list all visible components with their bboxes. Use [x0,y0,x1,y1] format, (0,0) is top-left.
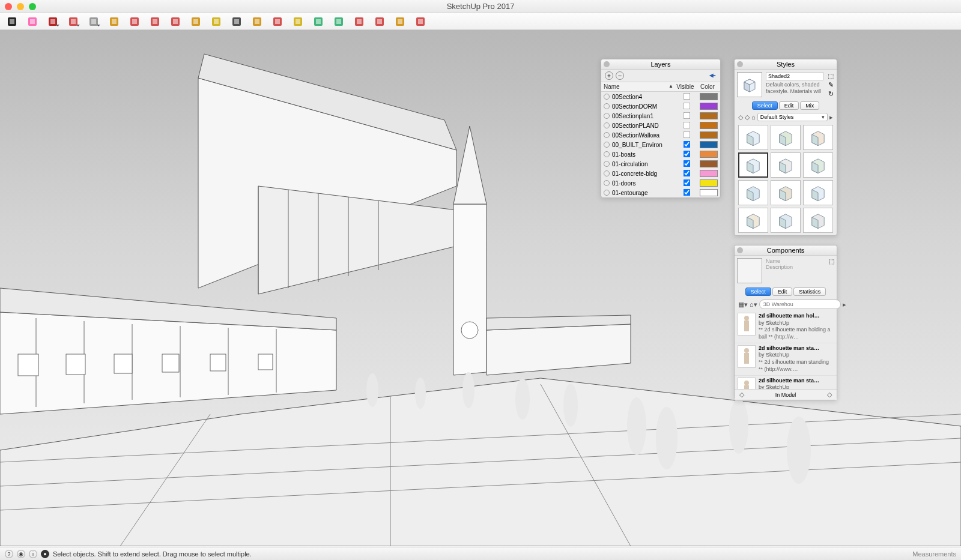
components-panel-title[interactable]: Components [735,245,837,256]
layer-radio[interactable] [604,103,610,109]
layer-row[interactable]: 00_BUILT_Environ [601,140,720,149]
layer-radio[interactable] [604,122,610,128]
layer-visible-checkbox[interactable] [683,160,690,167]
styles-panel-title[interactable]: Styles [735,59,837,70]
layer-radio[interactable] [604,132,610,138]
select-tool[interactable] [5,14,19,29]
components-tab-select[interactable]: Select [745,288,771,296]
layer-visible-checkbox[interactable] [683,179,690,186]
style-menu-icon[interactable]: ▸ [829,113,833,121]
extensions-tool[interactable] [372,14,387,29]
component-item[interactable]: 2d silhouette man sta…by SketchUp** 2d s… [735,343,837,376]
nav-fwd-icon[interactable]: ◇ [745,113,750,121]
layer-name[interactable]: 00SectionPLAND [612,122,675,129]
style-thumb[interactable] [738,125,768,150]
layer-color-swatch[interactable] [700,93,718,100]
comp-home-icon[interactable]: ⌂▾ [750,301,757,309]
layer-name[interactable]: 01-concrete-bldg [612,170,675,177]
zoom-extents-tool[interactable] [332,14,346,29]
offset-tool[interactable] [127,14,142,29]
components-tab-edit[interactable]: Edit [772,288,793,296]
layer-radio[interactable] [604,161,610,167]
layer-color-swatch[interactable] [700,103,718,110]
comp-next-icon[interactable]: ◇ [827,391,832,399]
layers-panel-title[interactable]: Layers [601,59,720,70]
layer-row[interactable]: 01-boats [601,149,720,159]
add-layer-button[interactable]: + [605,71,613,80]
paint-tool[interactable] [250,14,264,29]
style-thumb[interactable] [738,180,768,205]
layer-row[interactable]: 01-circulation [601,159,720,169]
layer-row[interactable]: 00SectionPLAND [601,121,720,130]
arc-tool[interactable] [66,14,80,29]
layer-radio[interactable] [604,170,610,176]
pan-tool[interactable] [291,14,305,29]
layer-row[interactable]: 01-doors [601,178,720,188]
rotate-tool[interactable] [168,14,183,29]
styles-panel[interactable]: Styles Shaded2 Default colors, shaded fa… [734,59,837,236]
layer-radio[interactable] [604,151,610,157]
text-tool[interactable] [229,14,244,29]
layer-visible-checkbox[interactable] [683,150,690,157]
layer-name[interactable]: 00Sectionplan1 [612,113,675,119]
panel-close-icon[interactable] [604,61,610,67]
layer-name[interactable]: 01-circulation [612,161,675,167]
layer-color-swatch[interactable] [700,160,718,167]
layer-color-swatch[interactable] [700,112,718,119]
layer-visible-checkbox[interactable] [683,188,690,196]
style-thumb[interactable] [803,152,833,178]
layer-row[interactable]: 00Sectionplan1 [601,111,720,121]
layer-row[interactable]: 01-concrete-bldg [601,169,720,178]
maximize-icon[interactable] [29,3,36,10]
comp-prev-icon[interactable]: ◇ [739,391,744,399]
geo-icon[interactable]: ● [41,550,49,558]
comp-menu-icon[interactable]: ▸ [843,301,846,309]
home-icon[interactable]: ⌂ [751,113,756,121]
layer-name[interactable]: 01-entourage [612,190,675,196]
layers-col-name[interactable]: Name [604,83,668,90]
layer-visible-checkbox[interactable] [683,169,690,176]
move-tool[interactable] [148,14,162,29]
layer-name[interactable]: 00Section4 [612,94,675,100]
minimize-icon[interactable] [17,3,24,10]
layer-name[interactable]: 01-boats [612,151,675,158]
push-pull-tool[interactable] [107,14,121,29]
style-thumb[interactable] [771,208,801,233]
tape-tool[interactable] [209,14,223,29]
layer-name[interactable]: 00_BUILT_Environ [612,142,675,148]
panel-close-icon[interactable] [737,247,743,253]
comp-view-icon[interactable]: ▦▾ [738,301,748,309]
layer-radio[interactable] [604,180,610,186]
layouts-tool[interactable] [393,14,407,29]
style-thumb[interactable] [803,125,833,150]
user-icon[interactable]: ◉ [17,550,25,558]
info-icon[interactable]: i [29,550,37,558]
layer-visible-checkbox[interactable] [683,121,690,128]
style-thumb[interactable] [771,180,801,205]
layer-color-swatch[interactable] [700,179,718,187]
layer-row[interactable]: 00SectionWalkwa [601,130,720,140]
layer-color-swatch[interactable] [700,131,718,139]
components-panel[interactable]: Components Name Description ⬚ Select Edi… [734,245,837,400]
component-item[interactable]: 2d silhouette man hol…by SketchUp** 2d s… [735,311,837,343]
layer-visible-checkbox[interactable] [683,102,690,109]
layer-visible-checkbox[interactable] [683,112,690,119]
orbit-tool[interactable] [270,14,285,29]
layer-name[interactable]: 01-doors [612,180,675,187]
style-new-icon[interactable]: ✎ [827,81,834,88]
style-collection-select[interactable]: Default Styles [757,113,828,121]
layer-color-swatch[interactable] [700,122,718,129]
style-thumb[interactable] [738,208,768,233]
panel-close-icon[interactable] [737,61,743,67]
layer-visible-checkbox[interactable] [683,140,690,148]
layer-name[interactable]: 00SectionDORM [612,103,675,110]
style-thumb[interactable] [771,152,801,178]
layers-col-visible[interactable]: Visible [673,83,697,90]
close-icon[interactable] [5,3,12,10]
pencil-tool[interactable] [46,14,60,29]
component-pin-icon[interactable]: ⬚ [829,258,834,283]
style-thumb[interactable] [771,125,801,150]
components-tab-statistics[interactable]: Statistics [793,288,826,296]
style-refresh-icon[interactable]: ↻ [827,90,834,97]
layer-radio[interactable] [604,190,610,196]
